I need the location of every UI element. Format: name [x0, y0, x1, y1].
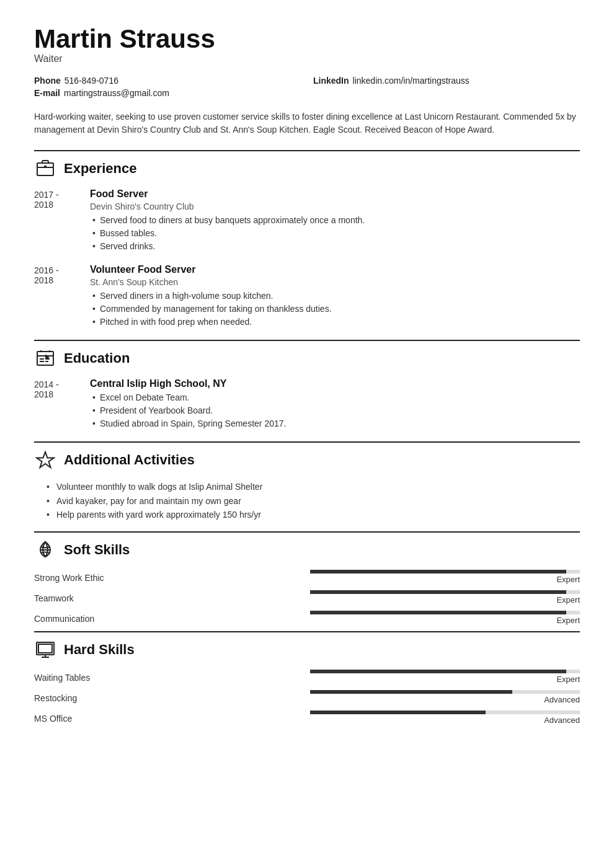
skill-bar-fill — [310, 711, 486, 714]
skill-bar-fill — [310, 611, 566, 614]
activities-section: Additional Activities Volunteer monthly … — [34, 441, 580, 521]
experience-entry-1: 2016 -2018 Volunteer Food Server St. Ann… — [34, 264, 580, 329]
activities-bullets: Volunteer monthly to walk dogs at Islip … — [34, 480, 580, 521]
soft-skills-icon — [34, 539, 56, 561]
contact-phone: Phone516-849-0716 — [34, 76, 301, 86]
entry-org: Devin Shiro's Country Club — [90, 202, 580, 211]
hard-skills-header: Hard Skills — [34, 631, 580, 661]
bullet-item: President of Yearbook Board. — [90, 404, 580, 417]
skill-bar-container: Expert — [310, 570, 580, 584]
entry-date: 2016 -2018 — [34, 264, 90, 329]
skill-bar-bg — [310, 611, 580, 614]
entry-title: Food Server — [90, 188, 580, 200]
skill-name: Waiting Tables — [34, 673, 304, 684]
bullet-item: Commended by management for taking on th… — [90, 303, 580, 316]
bullet-item: Served diners in a high-volume soup kitc… — [90, 290, 580, 303]
skill-bar-bg — [310, 670, 580, 673]
experience-title: Experience — [64, 161, 136, 177]
entry-title: Central Islip High School, NY — [90, 378, 580, 389]
skill-level: Expert — [556, 616, 580, 625]
skill-bar-fill — [310, 690, 512, 694]
hard-skills-title: Hard Skills — [64, 642, 135, 658]
activity-item: Avid kayaker, pay for and maintain my ow… — [47, 494, 580, 508]
education-entry-0: 2014 -2018 Central Islip High School, NY… — [34, 378, 580, 430]
soft-skills-header: Soft Skills — [34, 531, 580, 561]
skill-bar-fill — [310, 570, 566, 574]
experience-section: Experience 2017 -2018 Food Server Devin … — [34, 150, 580, 329]
entry-date: 2017 -2018 — [34, 188, 90, 253]
candidate-name: Martin Strauss — [34, 25, 580, 53]
bullet-item: Studied abroad in Spain, Spring Semester… — [90, 417, 580, 430]
skill-bar-bg — [310, 590, 580, 594]
hard-skills-icon — [34, 639, 56, 661]
skill-level: Expert — [556, 575, 580, 584]
skill-bar-container: Advanced — [310, 690, 580, 704]
skill-level: Expert — [556, 595, 580, 604]
education-header: Education — [34, 340, 580, 370]
skill-bar-container: Advanced — [310, 711, 580, 725]
svg-rect-11 — [38, 644, 52, 653]
skill-level: Advanced — [544, 695, 580, 704]
entry-title: Volunteer Food Server — [90, 264, 580, 275]
skill-row-0: Strong Work Ethic Expert — [34, 570, 580, 584]
entry-bullets: Served diners in a high-volume soup kitc… — [90, 290, 580, 329]
activity-item: Help parents with yard work approximatel… — [47, 508, 580, 521]
candidate-title: Waiter — [34, 53, 580, 64]
bullet-item: Served food to diners at busy banquets a… — [90, 214, 580, 227]
hard-skill-row-0: Waiting Tables Expert — [34, 670, 580, 684]
skill-name: Communication — [34, 614, 304, 625]
svg-marker-6 — [37, 452, 54, 467]
skill-name: MS Office — [34, 714, 304, 725]
education-icon — [34, 347, 56, 370]
entry-bullets: Excel on Debate Team. President of Yearb… — [90, 391, 580, 430]
soft-skills-section: Soft Skills Strong Work Ethic Expert Tea… — [34, 531, 580, 625]
bullet-item: Served drinks. — [90, 240, 580, 253]
hard-skill-row-1: Restocking Advanced — [34, 690, 580, 704]
skill-bar-fill — [310, 590, 566, 594]
entry-bullets: Served food to diners at busy banquets a… — [90, 214, 580, 253]
contact-email: E-mailmartingstrauss@gmail.com — [34, 88, 301, 98]
skill-level: Advanced — [544, 715, 580, 725]
skill-row-2: Communication Expert — [34, 611, 580, 625]
skill-name: Teamwork — [34, 593, 304, 604]
bullet-item: Bussed tables. — [90, 227, 580, 240]
entry-org: St. Ann's Soup Kitchen — [90, 277, 580, 287]
skill-level: Expert — [556, 675, 580, 684]
summary-text: Hard-working waiter, seeking to use prov… — [34, 110, 580, 136]
skill-bar-fill — [310, 670, 566, 673]
bullet-item: Pitched in with food prep when needed. — [90, 316, 580, 329]
education-title: Education — [64, 350, 130, 366]
activities-icon — [34, 449, 56, 471]
contact-section: Phone516-849-0716 LinkedInlinkedin.com/i… — [34, 76, 580, 98]
skill-bar-bg — [310, 570, 580, 574]
bullet-item: Excel on Debate Team. — [90, 391, 580, 404]
skill-bar-container: Expert — [310, 590, 580, 604]
activity-item: Volunteer monthly to walk dogs at Islip … — [47, 480, 580, 494]
skill-bar-bg — [310, 711, 580, 714]
contact-linkedin: LinkedInlinkedin.com/in/martingstrauss — [313, 76, 580, 86]
skill-name: Strong Work Ethic — [34, 573, 304, 584]
skill-bar-container: Expert — [310, 670, 580, 684]
soft-skills-title: Soft Skills — [64, 542, 130, 558]
entry-date: 2014 -2018 — [34, 378, 90, 430]
activities-header: Additional Activities — [34, 441, 580, 471]
skill-row-1: Teamwork Expert — [34, 590, 580, 604]
experience-entry-0: 2017 -2018 Food Server Devin Shiro's Cou… — [34, 188, 580, 253]
skill-bar-container: Expert — [310, 611, 580, 625]
skill-name: Restocking — [34, 693, 304, 704]
experience-icon — [34, 157, 56, 180]
activities-title: Additional Activities — [64, 452, 195, 468]
experience-header: Experience — [34, 150, 580, 180]
hard-skills-section: Hard Skills Waiting Tables Expert Restoc… — [34, 631, 580, 725]
hard-skill-row-2: MS Office Advanced — [34, 711, 580, 725]
education-section: Education 2014 -2018 Central Islip High … — [34, 340, 580, 430]
svg-rect-0 — [37, 163, 53, 175]
skill-bar-bg — [310, 690, 580, 694]
